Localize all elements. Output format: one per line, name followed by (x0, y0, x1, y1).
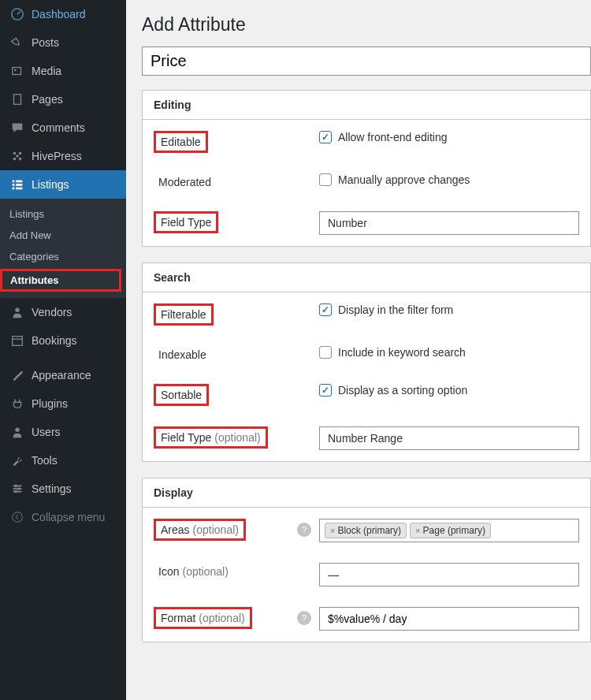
menu-media[interactable]: Media (0, 57, 126, 85)
checkbox-filterable[interactable] (319, 303, 332, 316)
menu-pages[interactable]: Pages (0, 85, 126, 114)
svg-rect-11 (13, 184, 15, 186)
select-editing-fieldtype[interactable]: Number (319, 211, 579, 235)
wrench-icon (9, 452, 25, 468)
user-icon (9, 304, 25, 320)
checkbox-label-sortable: Display as a sorting option (338, 384, 467, 397)
plug-icon (9, 396, 25, 411)
menu-label: HivePress (32, 150, 82, 162)
tag-remove-icon[interactable]: × (415, 526, 420, 535)
svg-point-25 (13, 512, 23, 523)
submenu-listings: Listings Add New Categories Attributes (0, 199, 126, 298)
svg-point-23 (17, 487, 20, 490)
select-value: — (328, 568, 339, 581)
media-icon (9, 63, 25, 79)
checkbox-editable[interactable] (319, 131, 332, 143)
svg-rect-1 (13, 68, 21, 75)
settings-icon (9, 481, 25, 497)
menu-collapse[interactable]: Collapse menu (0, 503, 126, 531)
menu-comments[interactable]: Comments (0, 114, 126, 142)
tag-input-areas[interactable]: ×Block (primary) ×Page (primary) (319, 519, 579, 542)
select-icon[interactable]: — (319, 563, 579, 586)
svg-point-2 (14, 69, 17, 72)
panel-display: Display Areas(optional) ? ×Block (primar… (142, 478, 591, 642)
label-filterable: Filterable (154, 303, 214, 326)
comment-icon (9, 120, 25, 136)
checkbox-moderated[interactable] (319, 173, 332, 186)
checkbox-sortable[interactable] (319, 384, 332, 397)
submenu-attributes[interactable]: Attributes (0, 269, 121, 292)
help-icon[interactable]: ? (297, 523, 311, 537)
label-sortable: Sortable (154, 384, 209, 406)
menu-bookings[interactable]: Bookings (0, 326, 126, 355)
submenu-addnew[interactable]: Add New (0, 225, 126, 246)
menu-label: Plugins (32, 397, 68, 410)
brush-icon (9, 367, 25, 383)
dashboard-icon (9, 6, 25, 22)
select-value: Number Range (328, 432, 403, 445)
menu-label: Dashboard (32, 8, 86, 20)
menu-label: Media (32, 65, 61, 77)
svg-point-24 (14, 490, 17, 493)
svg-rect-14 (16, 188, 22, 190)
checkbox-indexable[interactable] (319, 346, 332, 359)
pin-icon (9, 35, 25, 50)
checkbox-label-filterable: Display in the filter form (338, 303, 453, 316)
menu-label: Users (32, 426, 61, 438)
checkbox-label-indexable: Include in keyword search (338, 346, 466, 359)
svg-point-8 (16, 155, 19, 158)
select-search-fieldtype[interactable]: Number Range (319, 426, 579, 450)
select-value: Number (328, 217, 367, 229)
panel-search: Search Filterable Display in the filter … (142, 262, 591, 462)
svg-point-18 (15, 428, 19, 432)
menu-label: Appearance (32, 369, 91, 382)
page-title: Add Attribute (142, 14, 591, 35)
svg-point-7 (19, 158, 22, 161)
label-icon: Icon(optional) (154, 563, 233, 580)
submenu-listings-all[interactable]: Listings (0, 203, 126, 225)
menu-settings[interactable]: Settings (0, 475, 126, 503)
panel-header-display: Display (143, 478, 590, 508)
page-icon (9, 91, 25, 107)
collapse-icon (9, 509, 25, 525)
menu-listings[interactable]: Listings (0, 170, 126, 199)
tag-item[interactable]: ×Block (primary) (325, 523, 407, 538)
menu-tools[interactable]: Tools (0, 446, 126, 475)
users-icon (9, 424, 25, 440)
menu-hivepress[interactable]: HivePress (0, 142, 126, 170)
label-search-fieldtype: Field Type(optional) (154, 426, 268, 449)
main-content: Add Attribute Editing Editable Allow fro… (126, 0, 591, 700)
menu-label: Vendors (32, 306, 72, 318)
label-editable: Editable (154, 131, 208, 153)
svg-point-4 (13, 152, 17, 155)
label-moderated: Moderated (154, 173, 216, 191)
tag-item[interactable]: ×Page (primary) (410, 523, 491, 538)
label-fieldtype: Field Type (154, 211, 218, 233)
panel-editing: Editing Editable Allow front-end editing… (142, 90, 591, 247)
menu-dashboard[interactable]: Dashboard (0, 0, 126, 28)
svg-rect-10 (16, 181, 22, 183)
svg-point-22 (14, 485, 17, 488)
menu-appearance[interactable]: Appearance (0, 361, 126, 389)
menu-plugins[interactable]: Plugins (0, 389, 126, 418)
help-icon[interactable]: ? (297, 611, 311, 625)
admin-sidebar: Dashboard Posts Media Pages Comments Hiv… (0, 0, 126, 700)
input-format[interactable] (319, 607, 579, 631)
menu-vendors[interactable]: Vendors (0, 298, 126, 326)
menu-label: Settings (32, 482, 72, 495)
menu-label: Bookings (32, 334, 77, 347)
svg-rect-3 (14, 95, 21, 105)
panel-header-search: Search (143, 263, 590, 292)
menu-label: Posts (32, 36, 59, 49)
attribute-name-input[interactable] (142, 47, 591, 76)
panel-header-editing: Editing (143, 91, 590, 120)
menu-label: Tools (32, 454, 58, 467)
menu-posts[interactable]: Posts (0, 28, 126, 57)
svg-point-5 (19, 152, 22, 155)
svg-rect-13 (13, 188, 15, 190)
checkbox-label-editable: Allow front-end editing (338, 131, 448, 143)
menu-users[interactable]: Users (0, 418, 126, 446)
calendar-icon (9, 333, 25, 348)
submenu-categories[interactable]: Categories (0, 246, 126, 267)
tag-remove-icon[interactable]: × (330, 526, 335, 535)
